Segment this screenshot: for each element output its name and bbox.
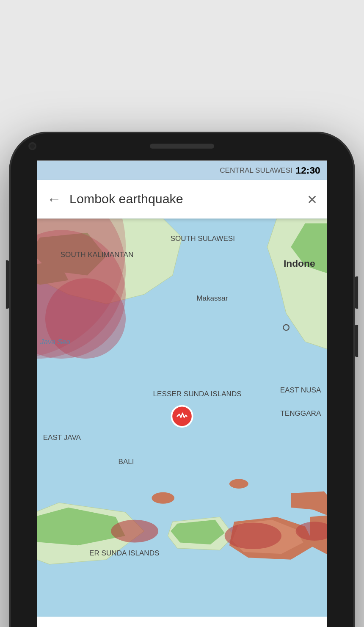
phone-top-bar [9, 132, 355, 160]
back-button[interactable]: ← [47, 191, 61, 207]
phone-screen: CENTRAL SULAWESI 12:30 ← Lombok earthqua… [37, 160, 327, 627]
status-bar: CENTRAL SULAWESI 12:30 [37, 160, 327, 180]
phone-speaker [150, 144, 214, 148]
info-card: Lombok earthquake Lombok, Indonesia Upda… [37, 616, 327, 627]
close-button[interactable]: ✕ [307, 191, 317, 207]
search-bar: ← Lombok earthquake ✕ [37, 180, 327, 218]
status-location: CENTRAL SULAWESI [220, 166, 292, 174]
earthquake-pin [171, 405, 193, 428]
search-query: Lombok earthquake [69, 192, 299, 206]
map-area[interactable]: SOUTH KALIMANTAN SOUTH SULAWESI Indone M… [37, 218, 327, 616]
volume-down-button [355, 325, 358, 357]
status-time: 12:30 [295, 164, 320, 176]
phone-device: CENTRAL SULAWESI 12:30 ← Lombok earthqua… [9, 132, 355, 627]
power-button [355, 276, 358, 309]
front-camera [28, 142, 36, 150]
volume-button [6, 260, 9, 309]
ripple-core [45, 278, 126, 359]
